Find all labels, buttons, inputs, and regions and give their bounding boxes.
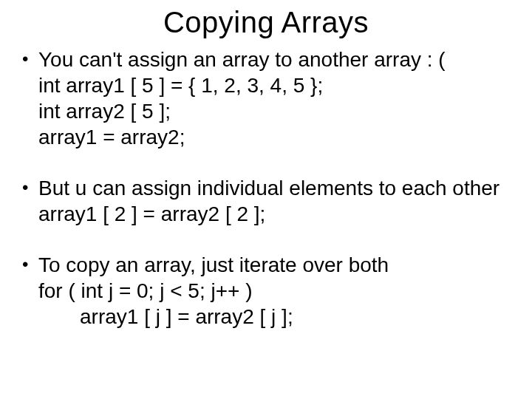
bullet-lead: To copy an array, just iterate over both: [38, 253, 389, 276]
code-line: array1 [ 2 ] = array2 [ 2 ];: [38, 201, 514, 227]
slide-title: Copying Arrays: [18, 6, 514, 39]
code-line: array1 [ j ] = array2 [ j ];: [38, 304, 514, 330]
bullet-item: You can't assign an array to another arr…: [18, 47, 514, 150]
bullet-item: But u can assign individual elements to …: [18, 175, 514, 227]
code-line: array1 = array2;: [38, 124, 514, 150]
code-line: int array1 [ 5 ] = { 1, 2, 3, 4, 5 };: [38, 72, 514, 98]
code-line: int array2 [ 5 ];: [38, 98, 514, 124]
slide: Copying Arrays You can't assign an array…: [0, 0, 532, 399]
code-line: for ( int j = 0; j < 5; j++ ): [38, 278, 514, 304]
bullet-list: You can't assign an array to another arr…: [18, 47, 514, 330]
bullet-lead: But u can assign individual elements to …: [38, 177, 499, 200]
bullet-lead: You can't assign an array to another arr…: [38, 48, 446, 71]
bullet-item: To copy an array, just iterate over both…: [18, 252, 514, 330]
